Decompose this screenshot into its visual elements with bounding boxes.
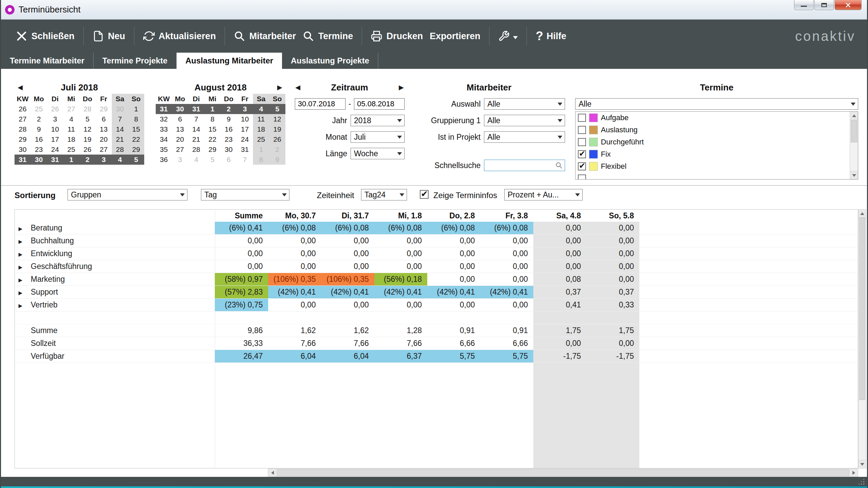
calendar-day[interactable]: 2 xyxy=(31,114,47,124)
calendar-day[interactable]: 10 xyxy=(237,114,253,124)
calendar-day[interactable]: 7 xyxy=(237,155,253,165)
termine-suche-button[interactable]: Termine xyxy=(303,30,353,42)
calendar-day[interactable]: 19 xyxy=(269,124,285,134)
zeitraum-from-input[interactable] xyxy=(295,98,346,110)
calendar-day[interactable]: 1 xyxy=(63,155,79,165)
jahr-select[interactable]: 2018 xyxy=(351,115,405,126)
calendar-day[interactable]: 20 xyxy=(172,134,188,144)
prev-period-arrow-icon[interactable]: ◀ xyxy=(292,84,304,91)
calendar-day[interactable]: 23 xyxy=(31,144,47,155)
calendar-day[interactable]: 30 xyxy=(172,104,188,114)
schliessen-button[interactable]: Schließen xyxy=(16,30,75,42)
calendar-day[interactable]: 31 xyxy=(188,104,204,114)
calendar-day[interactable]: 19 xyxy=(79,134,96,144)
termine-type-item[interactable]: ✔Fix xyxy=(576,148,850,160)
calendar-day[interactable]: 8 xyxy=(204,114,221,124)
calendar-day[interactable]: 3 xyxy=(237,104,253,114)
calendar-day[interactable]: 1 xyxy=(128,104,144,114)
calendar-day[interactable]: 30 xyxy=(221,144,237,155)
termine-type-item[interactable]: Auslastung xyxy=(576,124,850,136)
calendar-day[interactable]: 4 xyxy=(188,155,204,165)
calendar-day[interactable]: 15 xyxy=(204,124,221,134)
scroll-right-button[interactable] xyxy=(849,469,858,477)
next-period-arrow-icon[interactable]: ▶ xyxy=(395,84,407,91)
calendar-day[interactable]: 25 xyxy=(253,134,269,144)
calendar-day[interactable]: 28 xyxy=(112,144,128,155)
calendar-day[interactable]: 8 xyxy=(253,155,269,165)
calendar-day[interactable]: 4 xyxy=(63,114,79,124)
calendar-day[interactable]: 5 xyxy=(269,104,285,114)
calendar-day[interactable]: 13 xyxy=(172,124,188,134)
calendar-day[interactable]: 25 xyxy=(31,104,47,114)
calendar-day[interactable]: 3 xyxy=(172,155,188,165)
expand-row-icon[interactable]: ▶ xyxy=(19,239,23,244)
calendar-day[interactable]: 24 xyxy=(237,134,253,144)
calendar-day[interactable]: 18 xyxy=(63,134,79,144)
scrollbar-thumb[interactable] xyxy=(859,218,865,400)
calendar-day[interactable]: 25 xyxy=(63,144,79,155)
calendar-day[interactable]: 23 xyxy=(221,134,237,144)
calendar-day[interactable]: 3 xyxy=(96,155,112,165)
expand-row-icon[interactable]: ▶ xyxy=(19,277,23,283)
termine-type-checkbox[interactable]: ✔ xyxy=(578,150,586,158)
calendar-day[interactable]: 17 xyxy=(47,134,63,144)
calendar-day[interactable]: 2 xyxy=(79,155,96,165)
termine-type-item[interactable]: Aufgabe xyxy=(576,112,850,124)
ansicht-select[interactable]: Tag xyxy=(201,189,289,200)
tab-auslastung-mitarbeiter[interactable]: Auslastung Mitarbeiter xyxy=(177,53,282,69)
scroll-up-button[interactable] xyxy=(850,112,858,120)
calendar-day[interactable]: 6 xyxy=(221,155,237,165)
resize-grip[interactable] xyxy=(858,478,864,485)
termine-type-checkbox[interactable]: ✔ xyxy=(578,162,586,170)
gruppierung-select[interactable]: Alle xyxy=(484,115,565,126)
calendar-day[interactable]: 5 xyxy=(128,155,144,165)
horizontal-scrollbar[interactable] xyxy=(268,468,858,477)
calendar-day[interactable]: 2 xyxy=(269,144,285,155)
calendar-day[interactable]: 27 xyxy=(96,144,112,155)
scrollbar-thumb[interactable] xyxy=(851,120,857,142)
calendar-day[interactable]: 26 xyxy=(79,144,96,155)
expand-row-icon[interactable]: ▶ xyxy=(19,226,23,232)
calendar-day[interactable]: 30 xyxy=(112,104,128,114)
calendar-day[interactable]: 12 xyxy=(269,114,285,124)
calendar-day[interactable]: 31 xyxy=(47,155,63,165)
scrollbar-thumb[interactable] xyxy=(277,469,849,476)
next-month-arrow-icon[interactable]: ▶ xyxy=(274,84,285,91)
termine-filter-select[interactable]: Alle xyxy=(575,98,858,110)
termine-type-checkbox[interactable] xyxy=(578,138,586,146)
calendar-day[interactable]: 21 xyxy=(188,134,204,144)
table-vertical-scrollbar[interactable] xyxy=(858,209,866,468)
calendar-day[interactable]: 6 xyxy=(96,114,112,124)
calendar-day[interactable]: 29 xyxy=(128,144,144,155)
tab-termine-mitarbeiter[interactable]: Termine Mitarbeiter xyxy=(1,53,94,69)
calendar-day[interactable]: 16 xyxy=(31,134,47,144)
calendar-day[interactable]: 30 xyxy=(31,155,47,165)
calendar-day[interactable]: 7 xyxy=(188,114,204,124)
hilfe-button[interactable]: ? Hilfe xyxy=(536,29,566,43)
calendar-day[interactable]: 17 xyxy=(237,124,253,134)
sortierung-select[interactable]: Gruppen xyxy=(68,189,187,200)
drucken-button[interactable]: Drucken xyxy=(371,30,423,42)
calendar-day[interactable]: 1 xyxy=(253,144,269,155)
zeiteinheit-select[interactable]: Tag24 xyxy=(361,189,407,200)
calendar-day[interactable]: 9 xyxy=(269,155,285,165)
zeitraum-to-input[interactable] xyxy=(354,98,405,110)
scroll-left-button[interactable] xyxy=(268,469,277,477)
schnellsuche-input[interactable] xyxy=(484,161,555,170)
expand-row-icon[interactable]: ▶ xyxy=(19,251,23,257)
calendar-day[interactable]: 27 xyxy=(172,144,188,155)
tab-termine-projekte[interactable]: Termine Projekte xyxy=(94,53,177,69)
maximize-button[interactable] xyxy=(814,0,834,10)
calendar-day[interactable]: 10 xyxy=(47,124,63,134)
termine-type-item[interactable]: Durchgeführt xyxy=(576,136,850,148)
exportieren-button[interactable]: Exportieren xyxy=(430,31,480,42)
expand-row-icon[interactable]: ▶ xyxy=(19,290,23,296)
calendar-day[interactable]: 12 xyxy=(79,124,96,134)
close-window-button[interactable] xyxy=(835,0,862,10)
termine-type-item[interactable] xyxy=(576,172,850,180)
expand-row-icon[interactable]: ▶ xyxy=(19,264,23,270)
scroll-down-button[interactable] xyxy=(850,171,858,179)
tab-auslastung-projekte[interactable]: Auslastung Projekte xyxy=(282,53,378,69)
calendar-day[interactable]: 11 xyxy=(253,114,269,124)
calendar-day[interactable]: 22 xyxy=(128,134,144,144)
